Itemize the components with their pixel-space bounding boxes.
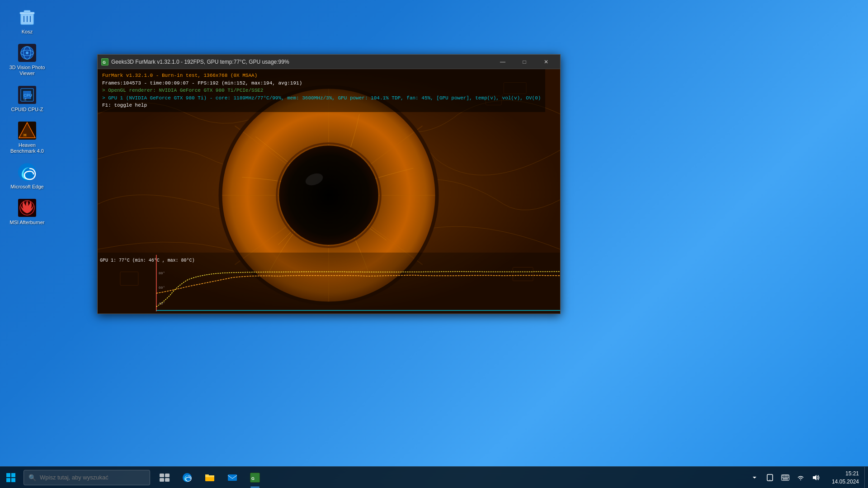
svg-rect-58 (11, 478, 15, 482)
window-controls: — □ ✕ (492, 56, 557, 68)
svg-point-10 (26, 52, 28, 54)
window-titlebar: G Geeks3D FurMark v1.32.1.0 - 192FPS, GP… (98, 55, 560, 69)
svg-text:CPU: CPU (24, 93, 32, 98)
svg-rect-74 (783, 475, 784, 476)
svg-rect-56 (11, 473, 15, 477)
svg-rect-75 (785, 475, 786, 476)
svg-rect-83 (783, 479, 788, 479)
heaven-label: Heaven Benchmark 4.0 (9, 142, 46, 154)
system-tray (744, 471, 826, 484)
show-desktop-button[interactable] (864, 467, 868, 488)
taskbar-app-furmark[interactable]: G (244, 467, 266, 488)
taskbar-search-bar[interactable]: 🔍 (24, 470, 150, 485)
furmark-render-area: FurMark v1.32.1.0 - Burn-in test, 1366x7… (98, 69, 560, 314)
taskbar-app-explorer[interactable] (199, 467, 221, 488)
taskbar-pinned-apps: G (154, 467, 266, 488)
svg-rect-65 (205, 474, 209, 477)
desktop-icon-heaven[interactable]: H Heaven Benchmark 4.0 (7, 118, 47, 156)
svg-rect-80 (785, 477, 786, 478)
tray-show-hidden[interactable] (748, 471, 761, 484)
svg-rect-57 (6, 478, 10, 482)
info-line-5: F1: toggle help (102, 102, 541, 109)
taskbar-clock[interactable]: 15:21 14.05.2024 (826, 469, 864, 486)
clock-time: 15:21 (832, 469, 859, 478)
desktop-icon-msiafterburner[interactable]: MSI Afterburner (7, 195, 47, 227)
svg-rect-55 (6, 473, 10, 477)
svg-rect-77 (788, 475, 788, 476)
svg-rect-78 (782, 477, 783, 478)
clock-date: 14.05.2024 (832, 478, 859, 486)
taskbar-app-taskview[interactable] (154, 467, 175, 488)
furmark-window: G Geeks3D FurMark v1.32.1.0 - 192FPS, GP… (97, 54, 561, 314)
svg-text:40°: 40° (159, 301, 165, 305)
svg-text:H: H (24, 133, 27, 137)
close-button[interactable]: ✕ (536, 56, 557, 68)
svg-text:80°: 80° (159, 271, 165, 275)
tray-keyboard-icon[interactable] (778, 471, 792, 484)
svg-rect-73 (782, 475, 783, 476)
tray-network-icon[interactable] (794, 471, 807, 484)
svg-rect-62 (165, 478, 170, 482)
info-line-1: FurMark v1.32.1.0 - Burn-in test, 1366x7… (102, 72, 541, 80)
start-button[interactable] (0, 467, 22, 488)
tray-volume-icon[interactable] (809, 471, 823, 484)
edge-label: Microsoft Edge (10, 184, 43, 190)
svg-text:G: G (251, 476, 255, 481)
taskbar: 🔍 (0, 466, 868, 488)
tray-tablet-icon[interactable] (763, 471, 777, 484)
temperature-graph: GPU 1: 77°C (min: 46°C , max: 80°C) 80° (98, 253, 560, 314)
svg-rect-79 (783, 477, 784, 478)
desktop-icon-cpuz[interactable]: CPU -Z CPUID CPU-Z (7, 82, 47, 114)
search-icon: 🔍 (28, 474, 36, 481)
svg-rect-61 (160, 478, 164, 482)
3dvision-label: 3D Vision Photo Viewer (9, 65, 46, 76)
svg-marker-84 (813, 475, 816, 480)
info-line-2: Frames:104573 - time:00:09:07 - FPS:192 … (102, 80, 541, 87)
taskbar-app-edge[interactable] (176, 467, 198, 488)
desktop-icon-edge[interactable]: Microsoft Edge (7, 160, 47, 192)
recycle-bin-label: Kosz (22, 29, 33, 35)
desktop-icon-recycle-bin[interactable]: Kosz (7, 5, 47, 37)
svg-text:60°: 60° (159, 286, 165, 290)
svg-rect-2 (24, 10, 30, 13)
taskbar-app-mail[interactable] (222, 467, 243, 488)
info-line-4: > GPU 1 (NVIDIA GeForce GTX 980 Ti) - co… (102, 94, 541, 102)
desktop-icons: Kosz 3D Vision Photo Viewer CPU -Z C (0, 0, 54, 488)
window-title: Geeks3D FurMark v1.32.1.0 - 192FPS, GPU … (111, 59, 492, 65)
svg-text:G: G (103, 60, 106, 65)
svg-rect-82 (788, 477, 788, 478)
info-line-3: > OpenGL renderer: NVIDIA GeForce GTX 98… (102, 87, 541, 94)
furmark-app-icon: G (101, 58, 108, 66)
furmark-info-overlay: FurMark v1.32.1.0 - Burn-in test, 1366x7… (98, 69, 545, 112)
svg-rect-59 (160, 474, 164, 477)
maximize-button[interactable]: □ (514, 56, 535, 68)
minimize-button[interactable]: — (492, 56, 513, 68)
search-input[interactable] (40, 474, 145, 481)
cpuz-label: CPUID CPU-Z (11, 107, 43, 113)
svg-rect-66 (228, 474, 237, 481)
svg-point-71 (769, 479, 770, 480)
svg-point-35 (279, 145, 378, 245)
svg-rect-81 (786, 477, 787, 478)
msiab-label: MSI Afterburner (9, 220, 44, 225)
svg-rect-60 (165, 474, 170, 477)
svg-rect-76 (786, 475, 787, 476)
svg-text:-Z: -Z (24, 98, 27, 101)
desktop-icon-3dvision[interactable]: 3D Vision Photo Viewer (7, 40, 47, 78)
svg-text:GPU 1: 77°C (min: 46°C , max: : GPU 1: 77°C (min: 46°C , max: 80°C) (100, 258, 195, 263)
